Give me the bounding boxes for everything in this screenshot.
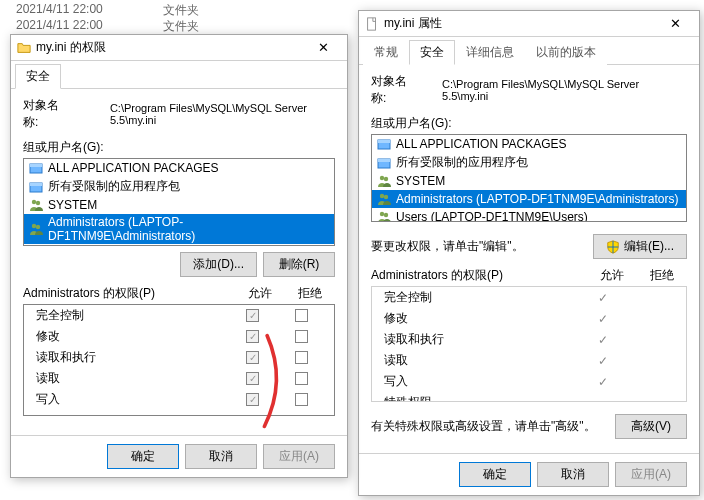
bg-row: 2021/4/11 22:00 文件夹 bbox=[16, 18, 199, 35]
group-item[interactable]: 所有受限制的应用程序包 bbox=[24, 177, 334, 196]
allow-tick bbox=[578, 333, 628, 347]
tab-general[interactable]: 常规 bbox=[363, 40, 409, 65]
svg-point-5 bbox=[380, 176, 384, 180]
cancel-button[interactable]: 取消 bbox=[185, 444, 257, 469]
window-title: my.ini 的权限 bbox=[36, 39, 303, 56]
users-icon bbox=[28, 245, 44, 246]
permission-row: 写入 bbox=[372, 371, 686, 392]
object-label: 对象名称: bbox=[371, 73, 422, 107]
permission-row: 写入 bbox=[24, 389, 334, 410]
dialog-buttons: 确定 取消 应用(A) bbox=[11, 435, 347, 477]
ok-button[interactable]: 确定 bbox=[459, 462, 531, 487]
users-icon bbox=[376, 173, 392, 189]
tab-bar: 常规 安全 详细信息 以前的版本 bbox=[359, 39, 699, 65]
svg-point-17 bbox=[32, 224, 36, 228]
svg-rect-0 bbox=[368, 17, 376, 29]
users-icon bbox=[376, 191, 392, 207]
permissions-list: 完全控制修改读取和执行读取写入特殊权限 bbox=[371, 286, 687, 402]
allow-tick bbox=[578, 312, 628, 326]
groups-list[interactable]: ALL APPLICATION PACKAGES所有受限制的应用程序包SYSTE… bbox=[371, 134, 687, 222]
permission-row: 读取 bbox=[24, 368, 334, 389]
users-icon bbox=[28, 197, 44, 213]
package-icon bbox=[376, 155, 392, 171]
tab-security[interactable]: 安全 bbox=[409, 40, 455, 65]
group-item[interactable]: SYSTEM bbox=[24, 196, 334, 214]
ok-button[interactable]: 确定 bbox=[107, 444, 179, 469]
deny-checkbox[interactable] bbox=[295, 351, 308, 364]
allow-checkbox[interactable] bbox=[246, 309, 259, 322]
group-item[interactable]: Administrators (LAPTOP-DF1TNM9E\Administ… bbox=[24, 214, 334, 244]
deny-checkbox[interactable] bbox=[295, 330, 308, 343]
tab-security[interactable]: 安全 bbox=[15, 64, 61, 89]
groups-label: 组或用户名(G): bbox=[23, 139, 335, 156]
object-path: C:\Program Files\MySQL\MySQL Server 5.5\… bbox=[442, 78, 687, 102]
col-deny: 拒绝 bbox=[637, 267, 687, 284]
group-item[interactable]: Administrators (LAPTOP-DF1TNM9E\Administ… bbox=[372, 190, 686, 208]
svg-point-8 bbox=[384, 195, 388, 199]
group-item[interactable]: SYSTEM bbox=[372, 172, 686, 190]
permission-row: 完全控制 bbox=[372, 287, 686, 308]
apply-button[interactable]: 应用(A) bbox=[263, 444, 335, 469]
groups-list[interactable]: ALL APPLICATION PACKAGES所有受限制的应用程序包SYSTE… bbox=[23, 158, 335, 246]
permission-row: 读取和执行 bbox=[372, 329, 686, 350]
group-item[interactable]: ALL APPLICATION PACKAGES bbox=[372, 135, 686, 153]
file-icon bbox=[365, 17, 379, 31]
package-icon bbox=[376, 136, 392, 152]
svg-point-18 bbox=[36, 225, 40, 229]
properties-dialog: my.ini 属性 ✕ 常规 安全 详细信息 以前的版本 对象名称: C:\Pr… bbox=[358, 10, 700, 496]
deny-checkbox[interactable] bbox=[295, 372, 308, 385]
group-item[interactable]: Users (LAPTOP-DF1TNM9E\Users) bbox=[24, 244, 334, 246]
users-icon bbox=[28, 221, 44, 237]
svg-point-7 bbox=[380, 194, 384, 198]
titlebar: my.ini 属性 ✕ bbox=[359, 11, 699, 37]
add-button[interactable]: 添加(D)... bbox=[180, 252, 257, 277]
object-path: C:\Program Files\MySQL\MySQL Server 5.5\… bbox=[110, 102, 335, 126]
col-deny: 拒绝 bbox=[285, 285, 335, 302]
package-icon bbox=[28, 179, 44, 195]
group-item[interactable]: Users (LAPTOP-DF1TNM9E\Users) bbox=[372, 208, 686, 222]
edit-button[interactable]: 编辑(E)... bbox=[593, 234, 687, 259]
allow-checkbox[interactable] bbox=[246, 351, 259, 364]
advanced-hint: 有关特殊权限或高级设置，请单击"高级"。 bbox=[371, 418, 615, 435]
group-item[interactable]: ALL APPLICATION PACKAGES bbox=[24, 159, 334, 177]
allow-checkbox[interactable] bbox=[246, 393, 259, 406]
deny-checkbox[interactable] bbox=[295, 309, 308, 322]
svg-rect-14 bbox=[30, 183, 42, 186]
titlebar: my.ini 的权限 ✕ bbox=[11, 35, 347, 61]
svg-point-9 bbox=[380, 212, 384, 216]
perm-label: Administrators 的权限(P) bbox=[23, 285, 235, 302]
permission-row: 特殊权限 bbox=[372, 392, 686, 402]
perm-label: Administrators 的权限(P) bbox=[371, 267, 587, 284]
permission-row: 读取和执行 bbox=[24, 347, 334, 368]
window-title: my.ini 属性 bbox=[384, 15, 655, 32]
close-icon[interactable]: ✕ bbox=[655, 13, 695, 35]
remove-button[interactable]: 删除(R) bbox=[263, 252, 335, 277]
allow-tick bbox=[578, 291, 628, 305]
svg-rect-4 bbox=[378, 159, 390, 162]
tab-bar: 安全 bbox=[11, 63, 347, 89]
edit-hint: 要更改权限，请单击"编辑"。 bbox=[371, 238, 593, 255]
permission-row: 完全控制 bbox=[24, 305, 334, 326]
allow-checkbox[interactable] bbox=[246, 372, 259, 385]
close-icon[interactable]: ✕ bbox=[303, 37, 343, 59]
col-allow: 允许 bbox=[235, 285, 285, 302]
svg-point-10 bbox=[384, 213, 388, 217]
shield-icon bbox=[606, 240, 620, 254]
tab-previous[interactable]: 以前的版本 bbox=[525, 40, 607, 65]
apply-button[interactable]: 应用(A) bbox=[615, 462, 687, 487]
advanced-button[interactable]: 高级(V) bbox=[615, 414, 687, 439]
package-icon bbox=[28, 160, 44, 176]
tab-details[interactable]: 详细信息 bbox=[455, 40, 525, 65]
group-item[interactable]: 所有受限制的应用程序包 bbox=[372, 153, 686, 172]
cancel-button[interactable]: 取消 bbox=[537, 462, 609, 487]
permission-row: 修改 bbox=[372, 308, 686, 329]
folder-icon bbox=[17, 41, 31, 55]
groups-label: 组或用户名(G): bbox=[371, 115, 687, 132]
deny-checkbox[interactable] bbox=[295, 393, 308, 406]
allow-checkbox[interactable] bbox=[246, 330, 259, 343]
svg-point-6 bbox=[384, 177, 388, 181]
svg-rect-12 bbox=[30, 164, 42, 167]
allow-tick bbox=[578, 375, 628, 389]
permission-row: 读取 bbox=[372, 350, 686, 371]
users-icon bbox=[376, 209, 392, 222]
